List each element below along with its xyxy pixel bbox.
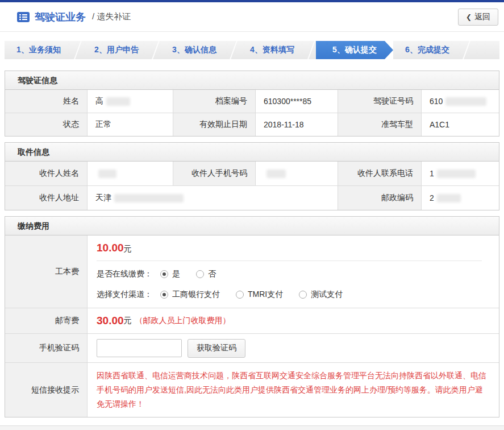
field-value: A1C1 [422,113,499,136]
sms-notice-text: 因陕西省联通、电信运营商技术问题，陕西省互联网交通安全综合服务管理平台无法向持陕… [88,363,499,417]
fee-amount: 10.00 [97,242,124,254]
footer-bar: 上一步 完成 [0,425,504,430]
redacted-value [437,169,476,178]
section-license-info: 驾驶证信息 姓名高档案编号610300****85驾驶证号码610状态正常有效期… [5,71,499,137]
section-payment: 缴纳费用 工本费 10.00元 是否在线缴费： 是否 选择支付渠道： 工商银行支… [5,216,499,417]
field-value: 天津 [88,186,338,210]
field-label: 驾驶证号码 [338,90,421,113]
page-title: 驾驶证业务 [35,10,86,24]
section-title: 驾驶证信息 [5,71,499,90]
field-label: 收件人联系电话 [338,162,421,185]
redacted-value [437,194,461,202]
license-info-table: 姓名高档案编号610300****85驾驶证号码610状态正常有效期止日期201… [5,90,499,136]
production-fee-amount: 10.00元 [97,242,482,261]
step-separator [151,41,160,59]
radio-unselected-icon [236,291,244,299]
back-button[interactable]: ❮ 返回 [458,9,498,26]
breadcrumb: 驾驶证业务 / 遗失补证 [17,10,131,24]
field-label: 短信接收提示 [5,363,87,417]
section-title: 缴纳费用 [5,217,499,235]
header: 驾驶证业务 / 遗失补证 ❮ 返回 [0,2,504,32]
step-1[interactable]: 1、业务须知 [5,41,73,59]
field-value [256,162,338,185]
fee-unit: 元 [124,244,132,253]
radio-option-label: 否 [208,269,216,279]
field-label: 收件人手机号码 [173,162,255,185]
payment-channel-caption: 选择支付渠道： [97,290,152,300]
field-label: 档案编号 [173,90,255,113]
redacted-value [106,97,130,106]
back-button-label: 返回 [474,12,490,22]
redacted-value [114,194,184,202]
redacted-value [98,169,116,178]
radio-option-label: 是 [172,269,180,279]
step-3[interactable]: 3、确认信息 [160,41,228,59]
step-separator [228,41,238,59]
radio-option-label: 测试支付 [311,290,343,300]
field-label: 收件人姓名 [5,162,87,185]
radio-selected-icon [160,270,168,278]
online-payment-row: 是否在线缴费： 是否 [97,267,490,282]
sms-code-input[interactable] [97,339,182,357]
step-separator [73,41,82,59]
field-label: 工本费 [5,235,87,308]
field-label: 状态 [5,113,87,136]
step-separator [461,41,471,59]
field-value: 610 [422,90,499,113]
payment-channel-option[interactable]: TMRI支付 [236,290,283,300]
step-6[interactable]: 6、完成提交 [393,41,461,59]
field-label: 有效期止日期 [173,113,255,136]
field-value: 正常 [88,113,173,136]
section-pickup-info: 取件信息 收件人姓名收件人手机号码收件人联系电话1收件人地址天津邮政编码2 [5,142,499,210]
online-payment-options: 是否 [160,269,232,280]
list-icon [17,12,30,22]
field-value: 高 [88,90,173,113]
step-2[interactable]: 2、用户申告 [82,41,151,59]
field-value: 1 [422,162,499,185]
radio-option-label: TMRI支付 [248,290,283,300]
radio-selected-icon [160,291,168,299]
fee-amount: 30.00 [97,315,124,327]
step-filler [471,41,499,59]
production-fee-cell: 10.00元 是否在线缴费： 是否 选择支付渠道： 工商银行支付TMRI支付测试… [88,235,499,308]
chevron-left-icon: ❮ [466,13,472,21]
field-value: 2 [422,186,499,210]
step-wizard: 1、业务须知2、用户申告3、确认信息4、资料填写5、确认提交6、完成提交 [5,41,499,59]
field-value: 610300****85 [256,90,338,113]
radio-unselected-icon [196,270,204,278]
online-payment-option[interactable]: 否 [196,269,216,279]
field-label: 手机验证码 [5,334,87,362]
radio-option-label: 工商银行支付 [172,290,220,300]
payment-channel-option[interactable]: 测试支付 [299,290,343,300]
payment-channel-row: 选择支付渠道： 工商银行支付TMRI支付测试支付 [97,287,490,302]
field-label: 邮政编码 [338,186,421,210]
payment-channel-options: 工商银行支付TMRI支付测试支付 [160,290,359,300]
redacted-value [266,169,286,178]
fee-unit: 元 [124,316,132,326]
postage-note: （邮政人员上门收取费用） [135,316,231,326]
field-label: 准驾车型 [338,113,421,136]
section-title: 取件信息 [5,143,499,162]
field-label: 邮寄费 [5,308,87,333]
payment-table: 工本费 10.00元 是否在线缴费： 是否 选择支付渠道： 工商银行支付TMRI… [5,235,499,417]
step-separator [306,41,316,59]
field-value: 2018-11-18 [256,113,338,136]
postage-fee-cell: 30.00元 （邮政人员上门收取费用） [88,308,499,333]
breadcrumb-current: / 遗失补证 [92,11,131,22]
step-5-active[interactable]: 5、确认提交 [316,41,393,59]
step-4[interactable]: 4、资料填写 [238,41,306,59]
radio-unselected-icon [299,291,307,299]
redacted-value [445,97,486,106]
field-label: 姓名 [5,90,87,113]
online-payment-option[interactable]: 是 [160,269,180,279]
payment-channel-option[interactable]: 工商银行支付 [160,290,220,300]
sms-code-cell: 获取验证码 [88,334,499,362]
get-sms-code-button[interactable]: 获取验证码 [188,339,245,358]
online-payment-caption: 是否在线缴费： [97,269,152,279]
field-value [88,162,173,185]
field-label: 收件人地址 [5,186,87,210]
pickup-info-table: 收件人姓名收件人手机号码收件人联系电话1收件人地址天津邮政编码2 [5,162,499,210]
